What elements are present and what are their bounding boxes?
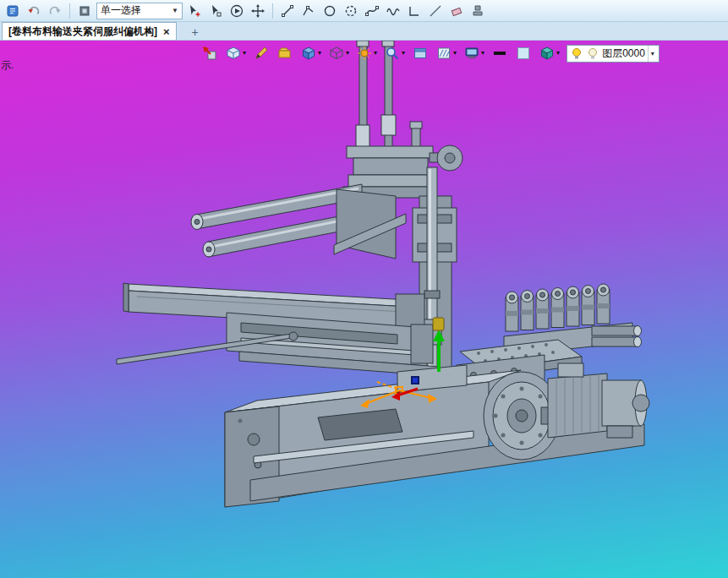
view-cube-icon[interactable]: ▾ [539, 45, 560, 62]
machine-assembly-canvas[interactable] [0, 41, 728, 578]
viewport-3d[interactable]: 示. ▾ ▾ ▾ [0, 41, 728, 578]
pick-icon[interactable] [206, 2, 225, 20]
play-icon[interactable] [227, 2, 246, 20]
selection-filter-icon[interactable] [75, 2, 94, 20]
segment-icon[interactable] [426, 2, 445, 20]
pick-add-icon[interactable] [185, 2, 204, 20]
render-brush-icon[interactable] [253, 45, 270, 62]
selection-mode-value: 单一选择 [101, 3, 172, 18]
wave-icon[interactable] [384, 2, 402, 20]
journal-icon[interactable] [3, 2, 22, 20]
bulb-on-icon[interactable] [570, 46, 583, 60]
corner-icon[interactable] [405, 2, 424, 20]
toolbar-separator [272, 3, 273, 19]
gearbox[interactable] [541, 363, 607, 438]
view-toolbar: ▾ ▾ ▾ ▾ ▾ [201, 42, 660, 64]
arc-icon[interactable] [342, 2, 360, 20]
material-icon[interactable] [276, 45, 293, 62]
bulb-off-icon[interactable] [586, 46, 599, 60]
solid-cube-icon[interactable]: ▾ [300, 45, 321, 62]
eraser-icon[interactable] [447, 2, 466, 20]
redo-icon[interactable] [46, 2, 64, 20]
document-tabbar: [卷料布料输送夹紧伺服纠偏机构] × + [0, 22, 728, 41]
document-tab[interactable]: [卷料布料输送夹紧伺服纠偏机构] × [2, 22, 177, 40]
cad-application-window: 单一选择 ▼ [0, 0, 728, 578]
layer-label: 图层0000 [602, 46, 645, 61]
monitor-icon[interactable]: ▾ [463, 45, 484, 62]
display-mode-icon[interactable]: ▾ [328, 45, 349, 62]
line-width-icon[interactable] [491, 45, 508, 62]
appearance-icon[interactable]: ▾ [356, 45, 377, 62]
tab-close-button[interactable]: × [163, 26, 170, 37]
circle-icon[interactable] [320, 2, 339, 20]
support-bracket[interactable] [334, 189, 406, 259]
adjust-knob[interactable] [437, 145, 463, 171]
exit-sketch-icon[interactable] [201, 45, 218, 62]
layer-dropdown-button[interactable]: ▾ [648, 46, 657, 62]
sensor[interactable] [433, 318, 444, 330]
hatch-icon[interactable]: ▾ [435, 45, 457, 62]
selection-mode-dropdown[interactable]: 单一选择 ▼ [96, 3, 183, 19]
iso-view-icon[interactable]: ▾ [225, 45, 246, 62]
pan-icon[interactable] [249, 2, 267, 20]
new-tab-button[interactable]: + [185, 24, 205, 40]
dropdown-arrow-icon: ▼ [172, 7, 178, 14]
background-color-icon[interactable] [515, 45, 532, 62]
polyline-icon[interactable] [299, 2, 318, 20]
main-toolbar: 单一选择 ▼ [0, 0, 728, 22]
document-tab-label: [卷料布料输送夹紧伺服纠偏机构] [8, 25, 157, 39]
line-icon[interactable] [278, 2, 297, 20]
hint-text: 示. [1, 58, 14, 73]
layer-selector[interactable]: 图层0000 ▾ [567, 45, 660, 63]
stamp-icon[interactable] [468, 2, 487, 20]
spline-icon[interactable] [363, 2, 381, 20]
zoom-icon[interactable]: ▾ [384, 45, 405, 62]
toolbar-separator [69, 3, 70, 19]
window-icon[interactable] [412, 45, 429, 62]
undo-icon[interactable] [25, 2, 43, 20]
